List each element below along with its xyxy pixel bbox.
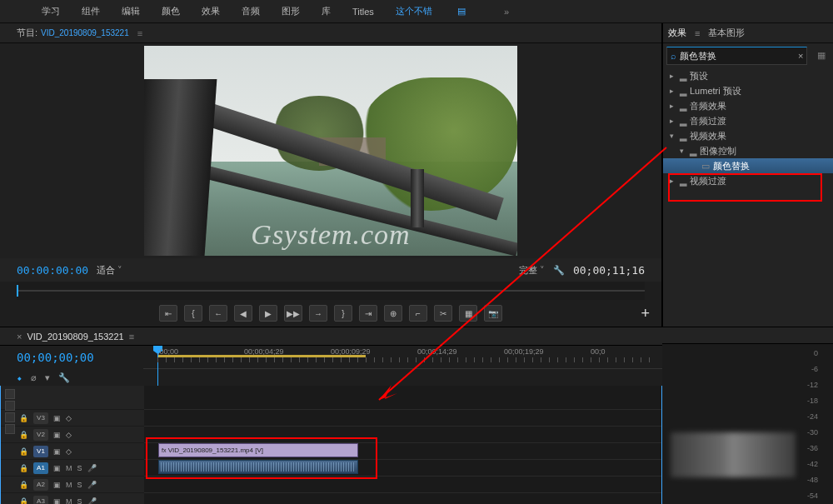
track-v3[interactable]: 🔒V3▣◇ — [1, 409, 144, 426]
track-headers: 🔒V3▣◇ 🔒V2▣◇ 🔒V1▣◇ 🔒A1▣MS🎤 🔒A2▣MS🎤 🔒A3▣MS… — [1, 386, 144, 504]
effects-search-input[interactable] — [680, 51, 795, 61]
program-duration: 00;00;11;16 — [573, 264, 645, 277]
lock-icon[interactable]: 🔒 — [19, 447, 28, 456]
tree-lumetri[interactable]: ▸▂Lumetri 预设 — [663, 83, 833, 98]
tree-video-trans[interactable]: ▸▂视频过渡 — [663, 173, 833, 188]
eye-icon[interactable]: ▣ — [53, 431, 61, 439]
panel-menu-icon[interactable]: ≡ — [137, 28, 142, 38]
lock-icon[interactable]: 🔒 — [19, 414, 28, 422]
menu-graphics[interactable]: 图形 — [282, 5, 300, 17]
top-menubar: 学习 组件 编辑 颜色 效果 音频 图形 库 Titles 这个不错 ▤ » — [0, 0, 833, 23]
tab-essential-graphics[interactable]: 基本图形 — [708, 27, 745, 39]
track-a2[interactable]: 🔒A2▣MS🎤 — [1, 476, 144, 492]
program-timecode[interactable]: 00:00:00:00 — [17, 264, 88, 277]
timeline-timecode[interactable]: 00;00;00;00 — [0, 351, 143, 364]
lock-icon[interactable]: 🔒 — [19, 464, 28, 472]
step-fwd-btn[interactable]: → — [309, 305, 327, 322]
tree-image-control[interactable]: ▾▂图像控制 — [663, 143, 833, 158]
timeline-ruler[interactable]: ;00;0000;00;04;2900;00;09;2900;00;14;290… — [143, 346, 662, 369]
ruler-label: ;00;00 — [157, 347, 178, 356]
eye-icon[interactable]: ▣ — [53, 414, 61, 422]
play-btn[interactable]: ▶ — [259, 305, 277, 322]
lift-btn[interactable]: ✂ — [434, 305, 452, 322]
effects-search[interactable]: ⌕ × — [666, 47, 807, 65]
lock-icon[interactable]: 🔒 — [19, 481, 28, 489]
menu-color[interactable]: 颜色 — [162, 5, 180, 17]
zoom-fit-menu[interactable]: 适合 — [97, 264, 122, 277]
goto-in-btn[interactable]: { — [184, 305, 202, 322]
track-lanes[interactable]: fx VID_20190809_153221.mp4 [V] — [144, 386, 661, 504]
menu-library[interactable]: 库 — [322, 5, 331, 17]
ruler-label: 00;00;14;29 — [417, 347, 457, 356]
program-tab[interactable]: 节目: VID_20190809_153221 ≡ — [0, 23, 661, 43]
toggle-icon[interactable]: ◇ — [66, 431, 72, 439]
timeline-tab[interactable]: VID_20190809_153221 — [27, 332, 123, 342]
lock-icon[interactable]: 🔒 — [19, 431, 28, 439]
extract-btn[interactable]: ▦ — [459, 305, 477, 322]
menu-titles[interactable]: Titles — [352, 7, 374, 17]
settings-icon[interactable]: 🔧 — [553, 265, 565, 276]
folder-icon: ▂ — [680, 176, 686, 187]
workspace-pin-icon[interactable]: ▤ — [457, 6, 466, 17]
play-fwd-btn[interactable]: ▶▶ — [284, 305, 302, 322]
menu-learn[interactable]: 学习 — [42, 5, 60, 17]
track-a3[interactable]: 🔒A3▣MS🎤 — [1, 492, 144, 504]
mic-icon[interactable]: 🎤 — [87, 497, 97, 505]
clear-search-icon[interactable]: × — [798, 51, 803, 61]
mic-icon[interactable]: 🎤 — [87, 481, 97, 489]
mute-icon[interactable]: ▣ — [53, 497, 61, 505]
eye-icon[interactable]: ▣ — [53, 447, 61, 456]
fx-accel-icon[interactable]: ▦ — [816, 50, 827, 61]
link-icon[interactable]: ⌀ — [31, 372, 37, 383]
menu-edit[interactable]: 编辑 — [122, 5, 140, 17]
resolution-menu[interactable]: 完整 — [519, 264, 545, 277]
mute-icon[interactable]: ▣ — [53, 464, 61, 472]
mute-icon[interactable]: ▣ — [53, 481, 61, 489]
tree-audio-trans[interactable]: ▸▂音频过渡 — [663, 113, 833, 128]
folder-icon: ▂ — [680, 101, 686, 112]
program-viewport[interactable]: Gsystem.com — [0, 43, 661, 258]
mic-icon[interactable]: 🎤 — [87, 464, 97, 472]
button-editor[interactable]: + — [641, 305, 650, 322]
goto-out-btn[interactable]: } — [334, 305, 352, 322]
tab-effects[interactable]: 效果 — [668, 27, 686, 39]
snap-icon[interactable]: ⬥ — [17, 372, 22, 382]
workspace-overflow[interactable]: » — [504, 7, 509, 17]
audio-clip[interactable] — [158, 460, 358, 474]
video-clip[interactable]: fx VID_20190809_153221.mp4 [V] — [158, 443, 358, 457]
source-patch-column — [5, 386, 15, 434]
program-tab-prefix: 节目: — [17, 27, 37, 39]
program-monitor-panel: 节目: VID_20190809_153221 ≡ Gsystem.com 00… — [0, 23, 662, 327]
effect-color-replace[interactable]: ▭颜色替换 — [663, 158, 833, 173]
track-v2[interactable]: 🔒V2▣◇ — [1, 426, 144, 442]
panel-menu-icon[interactable]: ≡ — [129, 332, 134, 342]
program-scrubber[interactable] — [17, 282, 645, 300]
tree-audio-fx[interactable]: ▸▂音频效果 — [663, 98, 833, 113]
workspace-active[interactable]: 这个不错 — [396, 5, 432, 17]
play-back-btn[interactable]: ◀ — [234, 305, 252, 322]
panel-menu-icon[interactable]: ≡ — [695, 28, 700, 38]
tree-presets[interactable]: ▸▂预设 — [663, 68, 833, 83]
ruler-label: 00;00;19;29 — [504, 347, 544, 356]
menu-audio[interactable]: 音频 — [242, 5, 260, 17]
insert-btn[interactable]: ⊕ — [384, 305, 402, 322]
effect-icon: ▭ — [701, 161, 710, 172]
step-back-btn[interactable]: ← — [209, 305, 227, 322]
menu-assembly[interactable]: 组件 — [82, 5, 100, 17]
overwrite-btn[interactable]: ⌐ — [409, 305, 427, 322]
export-frame-btn[interactable]: 📷 — [484, 305, 502, 322]
settings-wrench-icon[interactable]: 🔧 — [58, 372, 70, 383]
mark-in-btn[interactable]: ⇤ — [159, 305, 177, 322]
effects-panel: 效果 ≡ 基本图形 ⌕ × ▦ ▦ ▦ ▸▂预设 ▸▂Lumetri 预设 ▸▂… — [662, 23, 833, 504]
track-a1[interactable]: 🔒A1▣MS🎤 — [1, 459, 144, 476]
toggle-icon[interactable]: ◇ — [66, 414, 72, 422]
tree-video-fx[interactable]: ▾▂视频效果 — [663, 128, 833, 143]
ruler-label: 00;00;09;29 — [331, 347, 371, 356]
lock-icon[interactable]: 🔒 — [19, 497, 28, 505]
toggle-icon[interactable]: ◇ — [66, 447, 72, 456]
track-v1[interactable]: 🔒V1▣◇ — [1, 442, 144, 459]
mark-out-btn[interactable]: ⇥ — [359, 305, 377, 322]
menu-effects[interactable]: 效果 — [202, 5, 220, 17]
marker-icon[interactable]: ▾ — [45, 372, 50, 383]
audio-meter-panel: 0-6-12 -18-24-30 -36-42-48 -54 — [662, 327, 833, 504]
